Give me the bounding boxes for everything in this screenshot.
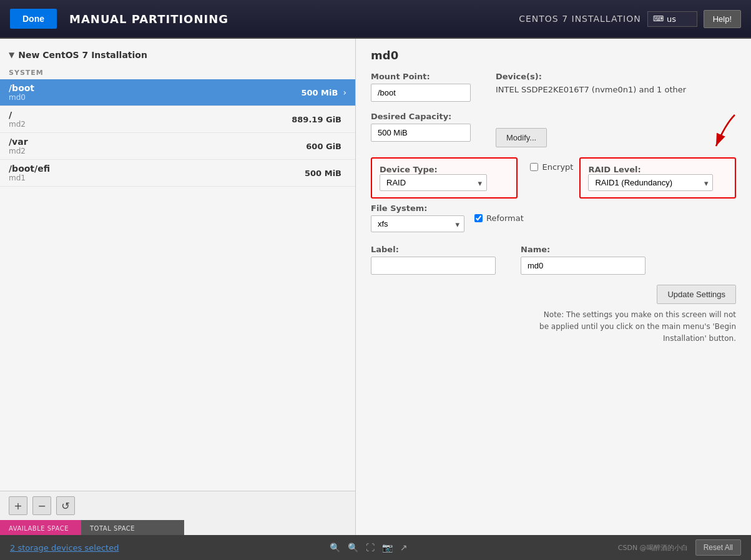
device-type-select-wrapper: RAID Standard Partition LVM LVM Thin Pro… bbox=[380, 174, 487, 191]
raid-level-label: RAID Level: bbox=[588, 165, 641, 174]
filesystem-label: File System: bbox=[371, 204, 464, 213]
reset-all-button[interactable]: Reset All bbox=[695, 539, 741, 556]
left-panel: ▼ New CentOS 7 Installation SYSTEM /boot… bbox=[0, 39, 356, 560]
header-left: Done MANUAL PARTITIONING bbox=[10, 9, 228, 29]
partition-row-boot[interactable]: /boot md0 500 MiB › bbox=[0, 79, 355, 106]
toolbar-icons: 🔍 🔍 ⛶ 📷 ↗ bbox=[330, 543, 408, 553]
capacity-row: Desired Capacity: Modify... bbox=[371, 112, 736, 147]
partition-sub-root: md2 bbox=[9, 120, 292, 129]
partition-name-root: / bbox=[9, 110, 292, 120]
raid-level-select[interactable]: RAID1 (Redundancy) RAID0 (Performance) R… bbox=[588, 174, 713, 191]
device-type-label: Device Type: bbox=[380, 165, 438, 174]
mount-point-input[interactable] bbox=[371, 84, 471, 102]
installation-title: New CentOS 7 Installation bbox=[18, 50, 147, 60]
devices-group: Device(s): INTEL SSDPE2KE016T7 (nvme0n1)… bbox=[496, 72, 686, 102]
bottom-bar: 2 storage devices selected 🔍 🔍 ⛶ 📷 ↗ CSD… bbox=[0, 535, 751, 560]
app-title: MANUAL PARTITIONING bbox=[69, 12, 228, 26]
partition-info-bootefi: /boot/efi md1 bbox=[9, 164, 305, 182]
label-input[interactable] bbox=[371, 257, 496, 275]
right-panel-title: md0 bbox=[371, 49, 736, 62]
encrypt-checkbox[interactable] bbox=[530, 163, 538, 171]
partition-row-bootefi[interactable]: /boot/efi md1 500 MiB bbox=[0, 160, 355, 187]
partition-list: ▼ New CentOS 7 Installation SYSTEM /boot… bbox=[0, 39, 355, 491]
filesystem-select[interactable]: xfs ext4 ext3 ext2 vfat efi swap bbox=[371, 215, 464, 232]
update-settings-button[interactable]: Update Settings bbox=[657, 285, 736, 304]
cursor-icon[interactable]: ↗ bbox=[400, 543, 408, 553]
partition-size-root: 889.19 GiB bbox=[292, 115, 341, 124]
mount-devices-row: Mount Point: Device(s): INTEL SSDPE2KE01… bbox=[371, 72, 736, 102]
add-partition-button[interactable]: + bbox=[9, 496, 27, 515]
total-space-label: TOTAL SPACE bbox=[90, 525, 175, 532]
installation-header: ▼ New CentOS 7 Installation bbox=[0, 45, 355, 65]
mount-point-label: Mount Point: bbox=[371, 72, 471, 81]
csdn-watermark: CSDN @喝醉酒的小白 bbox=[618, 543, 688, 553]
name-group: Name: bbox=[521, 245, 645, 275]
filesystem-row: File System: xfs ext4 ext3 ext2 vfat efi… bbox=[371, 204, 736, 232]
filesystem-group: File System: xfs ext4 ext3 ext2 vfat efi… bbox=[371, 204, 464, 232]
partition-sub-bootefi: md1 bbox=[9, 174, 305, 182]
done-button[interactable]: Done bbox=[10, 9, 57, 29]
update-settings-row: Update Settings bbox=[371, 285, 736, 304]
remove-partition-button[interactable]: − bbox=[32, 496, 51, 515]
section-label: SYSTEM bbox=[0, 65, 355, 79]
capacity-label: Desired Capacity: bbox=[371, 112, 471, 121]
capacity-input[interactable] bbox=[371, 124, 471, 142]
fullscreen-icon[interactable]: ⛶ bbox=[366, 543, 375, 553]
zoom-in-icon[interactable]: 🔍 bbox=[348, 543, 358, 553]
mount-point-group: Mount Point: bbox=[371, 72, 471, 102]
reformat-checkbox[interactable] bbox=[474, 214, 483, 222]
keyboard-selector[interactable]: ⌨ us bbox=[647, 11, 697, 27]
bottom-right: CSDN @喝醉酒的小白 Reset All bbox=[618, 539, 741, 556]
filesystem-select-wrapper: xfs ext4 ext3 ext2 vfat efi swap bbox=[371, 215, 464, 232]
right-panel: md0 Mount Point: Device(s): INTEL SSDPE2… bbox=[356, 39, 751, 560]
device-type-section: Device Type: RAID Standard Partition LVM… bbox=[371, 157, 518, 199]
capacity-group: Desired Capacity: bbox=[371, 112, 471, 147]
devices-info: INTEL SSDPE2KE016T7 (nvme0n1) and 1 othe… bbox=[496, 84, 686, 97]
partition-info-var: /var md2 bbox=[9, 137, 306, 155]
partition-name-bootefi: /boot/efi bbox=[9, 164, 305, 174]
partition-sub-var: md2 bbox=[9, 147, 306, 155]
name-label: Name: bbox=[521, 245, 645, 254]
name-input[interactable] bbox=[521, 257, 645, 275]
partition-sub-boot: md0 bbox=[9, 93, 301, 102]
keyboard-icon: ⌨ bbox=[653, 14, 664, 23]
reformat-label: Reformat bbox=[486, 214, 524, 223]
encrypt-row: Encrypt bbox=[530, 162, 573, 172]
available-space-label: AVAILABLE SPACE bbox=[9, 525, 72, 532]
refresh-button[interactable]: ↺ bbox=[56, 496, 75, 515]
partition-row-root[interactable]: / md2 889.19 GiB bbox=[0, 106, 355, 133]
label-group: Label: bbox=[371, 245, 496, 275]
main-content: ▼ New CentOS 7 Installation SYSTEM /boot… bbox=[0, 39, 751, 560]
help-button[interactable]: Help! bbox=[704, 10, 741, 28]
header-right: CENTOS 7 INSTALLATION ⌨ us Help! bbox=[519, 10, 741, 28]
partition-size-var: 600 GiB bbox=[306, 142, 341, 151]
top-header: Done MANUAL PARTITIONING CENTOS 7 INSTAL… bbox=[0, 0, 751, 39]
devices-label: Device(s): bbox=[496, 72, 686, 81]
reformat-row: Reformat bbox=[474, 214, 524, 223]
left-bottom-toolbar: + − ↺ bbox=[0, 491, 355, 520]
device-type-raid-row: Device Type: RAID Standard Partition LVM… bbox=[371, 157, 736, 199]
partition-size-boot: 500 MiB bbox=[301, 88, 338, 97]
modify-group: Modify... bbox=[496, 112, 547, 147]
keyboard-value: us bbox=[667, 14, 676, 24]
storage-devices-link[interactable]: 2 storage devices selected bbox=[10, 543, 119, 553]
encrypt-label: Encrypt bbox=[542, 162, 573, 172]
partition-size-bootefi: 500 MiB bbox=[305, 169, 341, 178]
note-text: Note: The settings you make on this scre… bbox=[371, 309, 736, 345]
screenshot-icon[interactable]: 📷 bbox=[382, 543, 393, 553]
label-name-row: Label: Name: bbox=[371, 245, 736, 275]
partition-info-boot: /boot md0 bbox=[9, 83, 301, 102]
raid-level-select-wrapper: RAID1 (Redundancy) RAID0 (Performance) R… bbox=[588, 174, 713, 191]
centos-title: CENTOS 7 INSTALLATION bbox=[519, 14, 641, 24]
partition-name-boot: /boot bbox=[9, 83, 301, 93]
partition-row-var[interactable]: /var md2 600 GiB bbox=[0, 133, 355, 160]
zoom-out-icon[interactable]: 🔍 bbox=[330, 543, 340, 553]
raid-level-section: RAID Level: RAID1 (Redundancy) RAID0 (Pe… bbox=[579, 157, 736, 199]
label-label: Label: bbox=[371, 245, 496, 254]
partition-info-root: / md2 bbox=[9, 110, 292, 129]
device-type-select[interactable]: RAID Standard Partition LVM LVM Thin Pro… bbox=[380, 174, 487, 191]
partition-name-var: /var bbox=[9, 137, 306, 147]
triangle-icon: ▼ bbox=[9, 51, 14, 59]
modify-button[interactable]: Modify... bbox=[496, 128, 547, 147]
chevron-right-boot: › bbox=[343, 87, 346, 97]
